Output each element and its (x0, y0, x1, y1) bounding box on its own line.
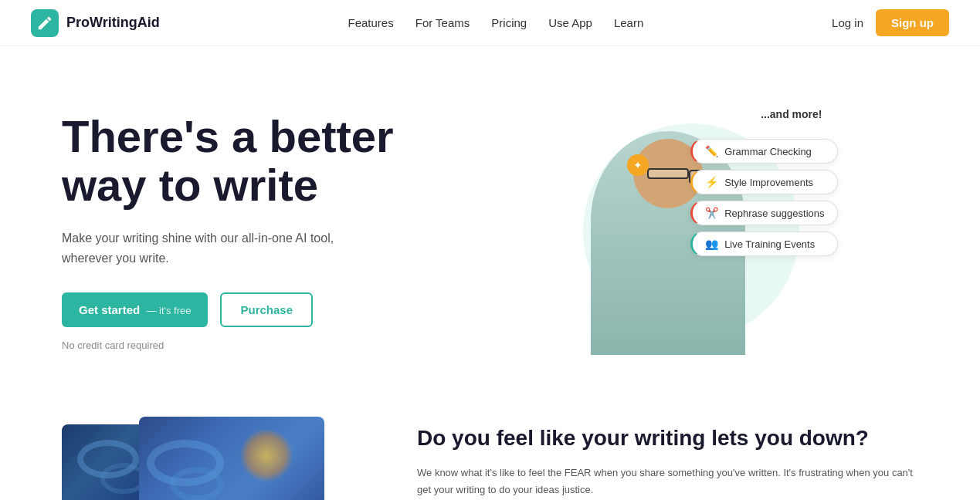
nav-for-teams[interactable]: For Teams (415, 16, 470, 29)
pill-grammar: ✏️ Grammar Checking (690, 139, 837, 164)
navbar: ProWritingAid Features For Teams Pricing… (0, 0, 980, 46)
artwork-front (139, 417, 324, 500)
nav-pricing[interactable]: Pricing (491, 16, 527, 29)
pill-training-label: Live Training Events (724, 238, 815, 250)
nav-features[interactable]: Features (348, 16, 394, 29)
nav-links: Features For Teams Pricing Use App Learn (348, 16, 644, 30)
feature-pills: ✏️ Grammar Checking ⚡ Style Improvements… (690, 139, 837, 256)
pill-style: ⚡ Style Improvements (690, 170, 837, 194)
nav-use-app[interactable]: Use App (548, 16, 592, 29)
hero-illustration: ...and more! ✦ ✏️ Grammar Checking ⚡ Sty… (544, 108, 838, 355)
section2-title: Do you feel like your writing lets you d… (417, 424, 918, 452)
artwork-stack: My idea in my head (62, 417, 324, 500)
pill-grammar-label: Grammar Checking (724, 146, 812, 157)
nav-learn[interactable]: Learn (614, 16, 643, 29)
logo-icon (31, 9, 59, 37)
section2: My idea in my head Do you feel like your… (0, 401, 980, 500)
logo-link[interactable]: ProWritingAid (31, 9, 160, 37)
swirl4 (170, 467, 224, 500)
purchase-button[interactable]: Purchase (220, 292, 313, 327)
section2-artwork: My idea in my head (62, 417, 355, 500)
hero-section: There's a better way to write Make your … (0, 46, 980, 401)
hero-title-line1: There's a better (62, 111, 394, 161)
section2-body: We know what it's like to feel the FEAR … (417, 465, 918, 498)
pill-training: 👥 Live Training Events (690, 231, 837, 256)
hero-title-line2: way to write (62, 160, 318, 210)
pill-rephrase: ✂️ Rephrase suggestions (690, 201, 837, 225)
person-glasses (647, 168, 689, 179)
get-started-label: Get started (79, 303, 140, 316)
logo-svg (36, 15, 53, 32)
section2-content: Do you feel like your writing lets you d… (417, 417, 918, 499)
hero-title: There's a better way to write (62, 112, 463, 211)
hero-left: There's a better way to write Make your … (62, 112, 463, 352)
no-credit-card-text: No credit card required (62, 340, 463, 351)
pill-style-label: Style Improvements (724, 177, 813, 188)
hero-right: ...and more! ✦ ✏️ Grammar Checking ⚡ Sty… (463, 93, 918, 370)
and-more-label: ...and more! (761, 108, 822, 120)
training-icon: 👥 (705, 238, 718, 250)
grammar-icon: ✏️ (705, 145, 718, 157)
hero-subtitle: Make your writing shine with our all-in-… (62, 228, 340, 268)
get-started-button[interactable]: Get started — it's free (62, 292, 208, 327)
rephrase-icon: ✂️ (705, 207, 718, 219)
sparkle-icon: ✦ (627, 154, 649, 176)
navbar-actions: Log in Sign up (832, 9, 949, 36)
hero-buttons: Get started — it's free Purchase (62, 292, 463, 327)
brand-name: ProWritingAid (66, 15, 160, 31)
free-label: — it's free (146, 305, 191, 316)
style-icon: ⚡ (705, 176, 718, 188)
login-button[interactable]: Log in (832, 16, 863, 29)
pill-rephrase-label: Rephrase suggestions (724, 208, 824, 219)
signup-button[interactable]: Sign up (876, 9, 949, 36)
